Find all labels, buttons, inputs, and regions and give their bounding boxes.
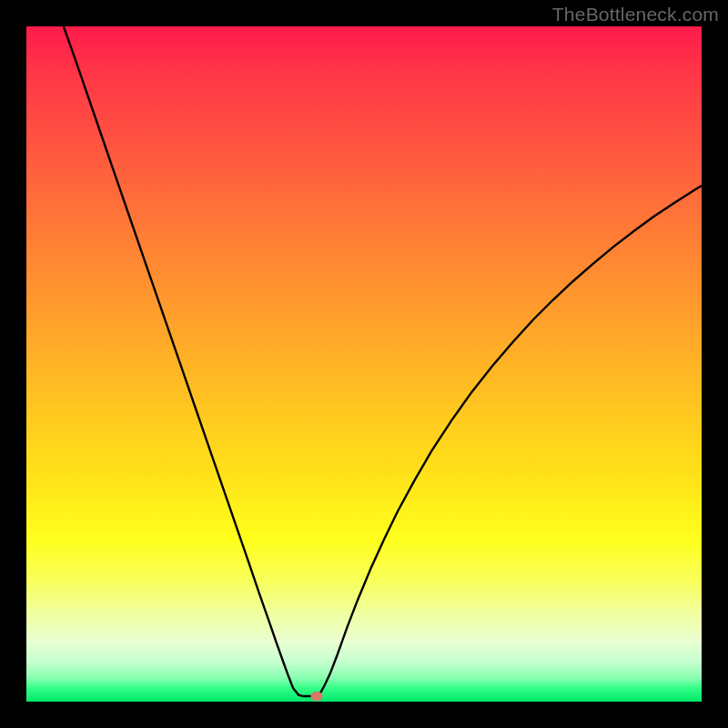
optimal-marker	[310, 692, 322, 701]
bottleneck-curve	[64, 26, 702, 696]
chart-svg	[26, 26, 702, 702]
chart-frame	[26, 26, 702, 702]
watermark-text: TheBottleneck.com	[552, 4, 719, 25]
